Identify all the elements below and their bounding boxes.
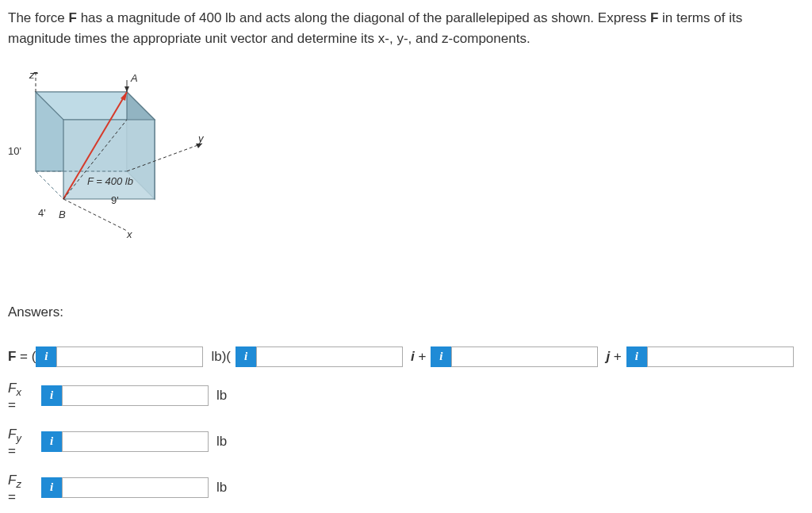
vector-eq-paren: = ( — [16, 349, 36, 364]
vector-F-label: F — [8, 349, 16, 364]
answer-row-fz: Fz = i lb — [8, 470, 804, 505]
force-label: F = 400 lb — [87, 174, 133, 190]
info-button-j-comp[interactable]: i — [431, 346, 451, 367]
point-b-label: B — [59, 207, 66, 223]
fz-unit: lb — [216, 477, 227, 498]
i-component-input[interactable] — [256, 346, 403, 367]
info-button-fy[interactable]: i — [41, 431, 62, 452]
fx-input[interactable] — [62, 385, 209, 406]
answers-heading: Answers: — [8, 302, 804, 323]
depth-label: 4' — [38, 205, 46, 221]
info-button-fx[interactable]: i — [41, 385, 62, 406]
problem-statement: The force F has a magnitude of 400 lb an… — [8, 8, 804, 48]
height-label: 10' — [8, 144, 21, 159]
fy-F: F — [8, 427, 16, 442]
problem-part-2: magnitude times the appropriate unit vec… — [8, 31, 530, 46]
problem-F-1: F — [69, 10, 77, 25]
info-button-magnitude[interactable]: i — [36, 346, 56, 367]
info-button-i-comp[interactable]: i — [236, 346, 256, 367]
fx-F: F — [8, 381, 16, 396]
width-label: 9' — [111, 193, 119, 209]
magnitude-input[interactable] — [56, 346, 203, 367]
problem-part-1a: The force — [8, 10, 69, 25]
fy-eq: = — [8, 444, 16, 459]
answer-row-vector: F = ( i lb)( i i + i j + i — [8, 346, 804, 367]
problem-part-1c: in terms of its — [658, 10, 742, 25]
parallelepiped-diagram: z y x A B 10' 4' 9' F = 400 lb — [8, 72, 214, 278]
y-axis-label: y — [198, 131, 204, 147]
problem-part-1b: has a magnitude of 400 lb and acts along… — [77, 10, 650, 25]
answer-row-fx: Fx = i lb — [8, 378, 804, 413]
point-a-label: A — [131, 71, 138, 86]
fz-F: F — [8, 473, 16, 488]
fx-eq: = — [8, 398, 16, 413]
z-axis-label: z — [29, 67, 35, 83]
answer-row-fy: Fy = i lb — [8, 424, 804, 459]
fz-sub: z — [16, 478, 21, 490]
info-button-k-comp[interactable]: i — [626, 346, 647, 367]
k-component-input[interactable] — [647, 346, 794, 367]
svg-marker-14 — [124, 86, 129, 92]
x-axis-label: x — [127, 227, 132, 243]
fy-unit: lb — [216, 431, 227, 452]
fx-unit: lb — [216, 385, 227, 406]
fz-eq: = — [8, 490, 16, 505]
fy-sub: y — [16, 432, 21, 444]
fx-sub: x — [16, 386, 21, 398]
problem-F-2: F — [650, 10, 658, 25]
j-component-input[interactable] — [451, 346, 598, 367]
unit-lb-paren: lb)( — [211, 346, 231, 367]
fz-input[interactable] — [62, 477, 209, 498]
fy-input[interactable] — [62, 431, 209, 452]
svg-line-4 — [36, 171, 63, 199]
info-button-fz[interactable]: i — [41, 477, 62, 498]
